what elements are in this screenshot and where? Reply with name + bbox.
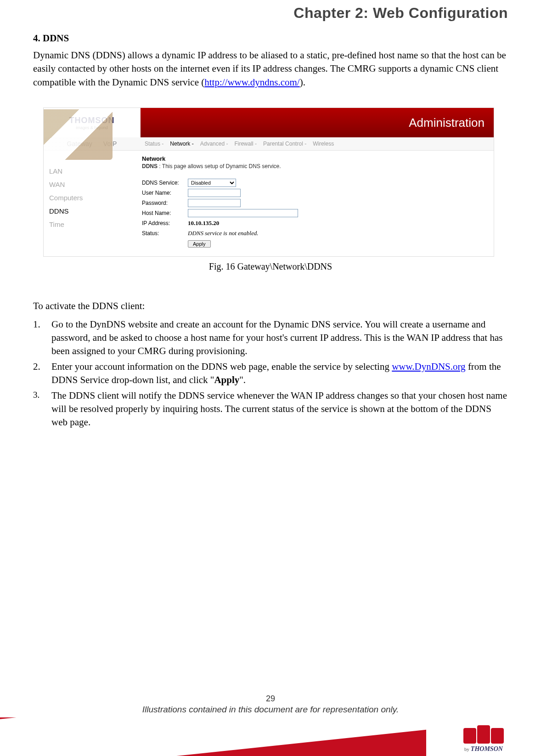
sidebar-item-wan[interactable]: WAN [49, 178, 135, 191]
input-password[interactable] [188, 199, 241, 207]
label-username: User Name: [142, 190, 188, 196]
row-password: Password: [142, 198, 485, 208]
subtab-advanced[interactable]: Advanced - [200, 141, 228, 147]
row-apply: Apply [142, 240, 485, 248]
subtab-firewall[interactable]: Firewall - [234, 141, 257, 147]
router-ui-figure: THOMSON images & beyond Administration G… [43, 107, 494, 257]
sidebar-item-ddns[interactable]: DDNS [49, 204, 135, 218]
page-footer: 29 Illustrations contained in this docum… [0, 694, 541, 756]
label-password: Password: [142, 200, 188, 206]
value-ip: 10.10.135.20 [188, 220, 219, 227]
activate-intro: To activate the DDNS client: [33, 299, 508, 313]
step-2-pre: Enter your account information on the DD… [51, 361, 392, 372]
figure-caption: Fig. 16 Gateway\Network\DDNS [33, 261, 508, 272]
rca-byline: by THOMSON [464, 745, 503, 753]
subtab-network[interactable]: Network - [170, 141, 193, 147]
rca-brand: THOMSON [471, 745, 503, 752]
document-page: Chapter 2: Web Configuration 4. DDNS Dyn… [0, 5, 541, 756]
step-2-text: Enter your account information on the DD… [51, 360, 508, 387]
step-2-bold: Apply [214, 374, 239, 385]
router-main-panel: Network DDNS : This page allows setup of… [140, 151, 494, 256]
row-ip: IP Address: 10.10.135.20 [142, 218, 485, 228]
value-status: DDNS service is not enabled. [188, 230, 258, 237]
rca-by-word: by [464, 746, 469, 752]
label-ip: IP Address: [142, 220, 188, 226]
step-1-text: Go to the DynDNS website and create an a… [51, 318, 508, 358]
label-hostname: Host Name: [142, 210, 188, 216]
sidebar-item-lan[interactable]: LAN [49, 164, 135, 178]
label-status: Status: [142, 230, 188, 237]
input-username[interactable] [188, 189, 241, 197]
dyndns-org-link[interactable]: www.DynDNS.org [392, 361, 465, 372]
step-2: 2. Enter your account information on the… [33, 360, 508, 387]
router-desc-text: : This page allows setup of Dynamic DNS … [159, 163, 281, 169]
section-heading: 4. DDNS [33, 33, 508, 44]
router-subtabs: Status - Network - Advanced - Firewall -… [140, 137, 494, 150]
step-3-number: 3. [33, 389, 51, 429]
chapter-title: Chapter 2: Web Configuration [33, 5, 508, 22]
router-sidebar: LAN WAN Computers DDNS Time [44, 151, 140, 256]
step-3-text: The DDNS client will notify the DDNS ser… [51, 389, 508, 429]
select-ddns-service[interactable]: Disabled [188, 179, 236, 187]
step-1: 1. Go to the DynDNS website and create a… [33, 318, 508, 358]
step-2-post: ". [239, 374, 246, 385]
footer-bar: by THOMSON [0, 717, 541, 756]
router-desc-label: DDNS [142, 163, 158, 169]
router-body: LAN WAN Computers DDNS Time Network DDNS… [44, 151, 494, 256]
footer-red-band [0, 717, 426, 756]
intro-text-after: ). [300, 77, 305, 88]
input-hostname[interactable] [188, 209, 298, 217]
step-1-number: 1. [33, 318, 51, 358]
footer-logo-area: by THOMSON [426, 717, 541, 756]
admin-title-bar: Administration [141, 108, 494, 137]
router-form: DDNS Service: Disabled User Name: Passwo… [142, 178, 485, 248]
row-ddns-service: DDNS Service: Disabled [142, 178, 485, 188]
step-2-number: 2. [33, 360, 51, 387]
row-username: User Name: [142, 188, 485, 198]
footer-note: Illustrations contained in this document… [0, 705, 541, 715]
router-section-title: Network [142, 155, 485, 162]
router-section-desc: DDNS : This page allows setup of Dynamic… [142, 163, 485, 169]
page-number: 29 [0, 694, 541, 704]
row-status: Status: DDNS service is not enabled. [142, 228, 485, 238]
subtab-wireless[interactable]: Wireless [313, 141, 334, 147]
label-ddns-service: DDNS Service: [142, 180, 188, 186]
steps-list: 1. Go to the DynDNS website and create a… [33, 318, 508, 429]
step-3: 3. The DDNS client will notify the DDNS … [33, 389, 508, 429]
rca-logo-icon [463, 725, 504, 744]
dyndns-link[interactable]: http://www.dyndns.com/ [204, 77, 299, 88]
apply-button[interactable]: Apply [188, 240, 211, 248]
sidebar-item-computers[interactable]: Computers [49, 191, 135, 204]
row-hostname: Host Name: [142, 208, 485, 218]
subtab-parental[interactable]: Parental Control - [263, 141, 306, 147]
sidebar-item-time[interactable]: Time [49, 218, 135, 231]
subtab-status[interactable]: Status - [145, 141, 163, 147]
intro-paragraph: Dynamic DNS (DDNS) allows a dynamic IP a… [33, 49, 508, 89]
